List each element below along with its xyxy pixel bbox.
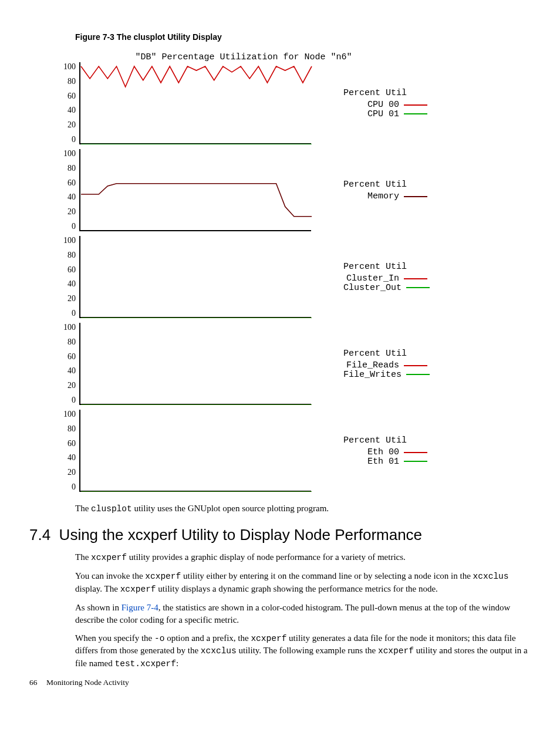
legend-swatch — [404, 104, 427, 106]
legend-swatch — [404, 461, 427, 462]
y-tick: 60 — [68, 92, 76, 101]
legend-label: CPU 00 — [343, 100, 399, 110]
legend-entry: CPU 00 — [343, 100, 427, 110]
y-tick: 100 — [63, 236, 76, 245]
y-tick: 80 — [68, 164, 76, 173]
chart-row: 100806040200Percent UtilCluster_InCluste… — [56, 236, 531, 318]
paragraph-xcxperf-o-option: When you specify the -o option and a pre… — [75, 632, 531, 670]
chart-row: 100806040200Percent UtilEth 00Eth 01 — [56, 410, 531, 492]
legend: Percent UtilCluster_InCluster_Out — [343, 262, 430, 293]
legend-entry: Eth 00 — [343, 448, 427, 457]
y-tick: 80 — [68, 251, 76, 260]
y-tick: 20 — [68, 468, 76, 477]
plot-area — [79, 236, 311, 318]
legend-swatch — [406, 287, 430, 288]
y-tick: 20 — [68, 120, 76, 130]
legend-title: Percent Util — [343, 349, 430, 359]
chart-main-title: "DB" Percentage Utilization for Node "n6… — [97, 52, 390, 62]
data-line — [81, 184, 312, 217]
y-tick: 20 — [68, 207, 76, 217]
y-tick: 80 — [68, 337, 76, 347]
legend-label: Memory — [343, 192, 399, 201]
y-tick: 80 — [68, 77, 76, 86]
legend: Percent UtilMemory — [343, 180, 427, 201]
legend-swatch — [404, 452, 427, 453]
y-axis: 100806040200 — [56, 236, 79, 318]
legend-swatch — [404, 365, 427, 366]
paragraph-xcxperf-invoke: You can invoke the xcxperf utility eithe… — [75, 570, 531, 595]
legend: Percent UtilCPU 00CPU 01 — [343, 88, 427, 119]
chart-row: 100806040200Percent UtilFile_ReadsFile_W… — [56, 323, 531, 405]
legend-label: File_Writes — [343, 370, 402, 380]
legend: Percent UtilEth 00Eth 01 — [343, 436, 427, 467]
legend-entry: Cluster_Out — [343, 283, 430, 293]
y-tick: 100 — [63, 323, 76, 332]
y-tick: 0 — [72, 222, 76, 231]
y-tick: 20 — [68, 381, 76, 390]
legend-title: Percent Util — [343, 262, 430, 272]
paragraph-figure-7-4-ref: As shown in Figure 7-4, the statistics a… — [75, 602, 531, 626]
y-tick: 60 — [68, 439, 76, 448]
y-tick: 100 — [63, 149, 76, 158]
legend-swatch — [404, 278, 427, 279]
plot-area — [79, 410, 311, 492]
y-tick: 20 — [68, 294, 76, 303]
legend-swatch — [404, 113, 427, 114]
y-tick: 40 — [68, 193, 76, 202]
legend-entry: Cluster_In — [343, 274, 430, 283]
link-figure-7-4[interactable]: Figure 7-4 — [122, 603, 158, 612]
legend-entry: Eth 01 — [343, 457, 427, 467]
legend-label: File_Reads — [343, 361, 399, 370]
y-tick: 100 — [63, 410, 76, 419]
plot-area — [79, 62, 311, 144]
paragraph-xcxperf-intro: The xcxperf utility provides a graphic d… — [75, 551, 531, 564]
paragraph-clusplot-gnuplot: The clusplot utility uses the GNUplot op… — [75, 502, 531, 515]
legend-label: CPU 01 — [343, 110, 399, 119]
legend-entry: File_Reads — [343, 361, 430, 370]
legend-title: Percent Util — [343, 180, 427, 190]
chart-row: 100806040200Percent UtilCPU 00CPU 01 — [56, 62, 531, 144]
y-axis: 100806040200 — [56, 323, 79, 405]
y-tick: 60 — [68, 352, 76, 362]
y-axis: 100806040200 — [56, 410, 79, 492]
y-tick: 0 — [72, 309, 76, 318]
y-tick: 40 — [68, 279, 76, 289]
y-tick: 60 — [68, 178, 76, 188]
legend-label: Eth 01 — [343, 457, 399, 467]
y-tick: 100 — [63, 62, 76, 72]
legend-label: Cluster_In — [343, 274, 399, 283]
plot-area — [79, 149, 311, 231]
data-line — [81, 66, 312, 87]
page-number: 66 — [29, 678, 38, 687]
y-tick: 0 — [72, 482, 76, 492]
legend-label: Cluster_Out — [343, 283, 402, 293]
legend-swatch — [404, 196, 427, 197]
y-axis: 100806040200 — [56, 62, 79, 144]
clusplot-figure: "DB" Percentage Utilization for Node "n6… — [29, 52, 531, 492]
page-footer: 66 Monitoring Node Activity — [29, 678, 531, 687]
y-tick: 60 — [68, 265, 76, 275]
y-tick: 0 — [72, 135, 76, 144]
legend-entry: Memory — [343, 192, 427, 201]
legend: Percent UtilFile_ReadsFile_Writes — [343, 349, 430, 380]
legend-label: Eth 00 — [343, 448, 399, 457]
section-7.4-heading: 7.4 Using the xcxperf Utility to Display… — [29, 526, 531, 544]
legend-title: Percent Util — [343, 436, 427, 445]
legend-entry: File_Writes — [343, 370, 430, 380]
legend-title: Percent Util — [343, 88, 427, 98]
y-tick: 40 — [68, 453, 76, 463]
y-tick: 0 — [72, 396, 76, 405]
footer-chapter-title: Monitoring Node Activity — [46, 678, 129, 687]
chart-row: 100806040200Percent UtilMemory — [56, 149, 531, 231]
y-tick: 40 — [68, 366, 76, 376]
legend-swatch — [406, 374, 430, 375]
plot-area — [79, 323, 311, 405]
y-axis: 100806040200 — [56, 149, 79, 231]
y-tick: 40 — [68, 106, 76, 115]
figure-caption: Figure 7-3 The clusplot Utility Display — [29, 32, 531, 42]
legend-entry: CPU 01 — [343, 110, 427, 119]
y-tick: 80 — [68, 424, 76, 434]
